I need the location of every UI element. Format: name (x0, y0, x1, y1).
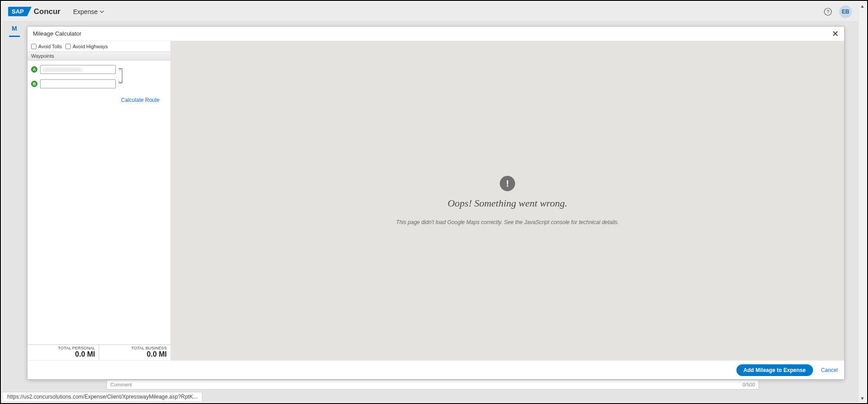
total-business-label: TOTAL BUSINESS (99, 346, 167, 350)
close-icon[interactable]: ✕ (832, 30, 839, 38)
avoid-tolls-checkbox[interactable] (31, 44, 37, 49)
map-error-subtitle: This page didn't load Google Maps correc… (396, 219, 619, 225)
total-business-value: 0.0 MI (99, 350, 167, 358)
header-right: ? EB (824, 5, 852, 18)
modal-body: Avoid Tolls Avoid Highways Waypoints A × (27, 41, 844, 360)
chevron-down-icon (100, 8, 104, 15)
mileage-calculator-modal: Mileage Calculator ✕ Avoid Tolls Avoid H… (27, 26, 845, 380)
scroll-track[interactable] (859, 10, 866, 394)
calculate-route-row: Calculate Route (31, 94, 167, 104)
waypoint-b-row: B (31, 79, 167, 88)
map-error-title: Oops! Something went wrong. (448, 197, 567, 209)
avoid-options-row: Avoid Tolls Avoid Highways (27, 41, 170, 52)
status-bar-url: https://us2.concursolutions.com/Expense/… (3, 392, 202, 401)
comment-char-count: 0/500 (742, 382, 755, 387)
map-panel: ! Oops! Something went wrong. This page … (171, 41, 844, 360)
waypoint-a-marker-icon: A (31, 66, 37, 73)
avoid-highways-label[interactable]: Avoid Highways (65, 44, 108, 49)
app-header: SAP Concur Expense ? EB (2, 2, 858, 22)
tab-active[interactable]: M (9, 21, 20, 37)
waypoints-header: Waypoints (27, 52, 170, 60)
comment-label: Comment (110, 382, 132, 387)
avoid-tolls-label[interactable]: Avoid Tolls (31, 44, 62, 49)
avoid-highways-text: Avoid Highways (73, 44, 108, 49)
cancel-button[interactable]: Cancel (821, 367, 838, 373)
calculate-route-link[interactable]: Calculate Route (121, 97, 160, 103)
svg-text:?: ? (827, 9, 829, 14)
total-personal: TOTAL PERSONAL 0.0 MI (27, 345, 99, 360)
avoid-highways-checkbox[interactable] (65, 44, 71, 49)
add-mileage-button[interactable]: Add Mileage to Expense (736, 364, 813, 376)
concur-text: Concur (34, 7, 61, 16)
user-avatar[interactable]: EB (839, 5, 852, 18)
scroll-down-arrow-icon[interactable]: ▼ (859, 394, 866, 402)
total-business: TOTAL BUSINESS 0.0 MI (99, 345, 170, 360)
total-personal-label: TOTAL PERSONAL (27, 346, 95, 350)
error-icon: ! (500, 176, 515, 191)
brand-logo[interactable]: SAP Concur (8, 7, 60, 16)
page-background: SAP Concur Expense ? EB M Comment 0/500 … (2, 2, 858, 402)
swap-waypoints-icon[interactable] (118, 67, 126, 85)
total-personal-value: 0.0 MI (27, 350, 95, 358)
sap-badge: SAP (8, 7, 27, 16)
waypoints-list: A × B (27, 60, 170, 104)
nav-expense-label: Expense (73, 8, 97, 15)
left-panel: Avoid Tolls Avoid Highways Waypoints A × (27, 41, 171, 360)
waypoint-b-input[interactable] (40, 79, 116, 88)
waypoint-a-row: A × (31, 65, 167, 74)
modal-footer: Add Mileage to Expense Cancel (27, 360, 844, 379)
waypoint-b-marker-icon: B (31, 81, 37, 87)
help-icon[interactable]: ? (824, 8, 832, 16)
scroll-up-arrow-icon[interactable]: ▲ (859, 2, 866, 10)
modal-header: Mileage Calculator ✕ (27, 27, 844, 41)
avoid-tolls-text: Avoid Tolls (38, 44, 62, 49)
browser-scrollbar[interactable]: ▲ ▼ (858, 2, 866, 402)
waypoint-a-input[interactable] (40, 65, 116, 74)
comment-field-row: Comment 0/500 (106, 380, 759, 390)
totals-row: TOTAL PERSONAL 0.0 MI TOTAL BUSINESS 0.0… (27, 344, 170, 360)
nav-expense-dropdown[interactable]: Expense (73, 8, 104, 15)
modal-title: Mileage Calculator (33, 30, 82, 37)
